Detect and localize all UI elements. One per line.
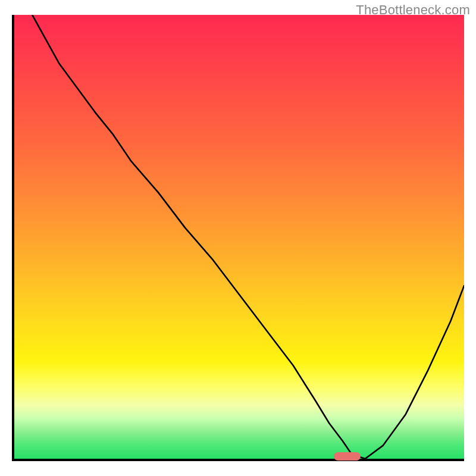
bottleneck-chart: TheBottleneck.com — [0, 0, 476, 476]
optimal-marker — [334, 452, 361, 461]
curve-layer — [14, 15, 464, 459]
bottleneck-curve-path — [32, 15, 464, 459]
plot-area — [12, 15, 464, 461]
